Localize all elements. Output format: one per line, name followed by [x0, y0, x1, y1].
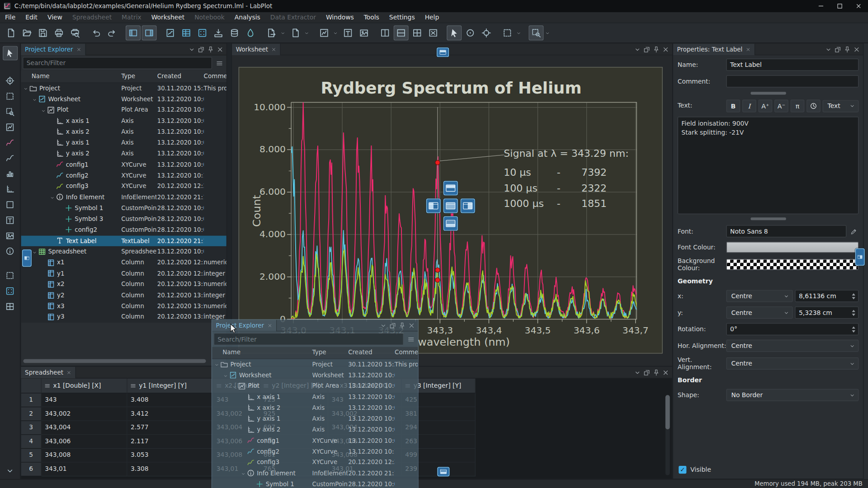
- tree-row-config1[interactable]: config1XYCurve13.12.2020 10:09: [21, 159, 226, 170]
- tree-row-y-axis-1[interactable]: y axis 1Axis13.12.2020 10:01: [21, 137, 226, 148]
- comment-field[interactable]: [726, 75, 859, 88]
- minimize-button[interactable]: [811, 0, 830, 12]
- new-project-button[interactable]: [3, 25, 18, 40]
- undo-button[interactable]: [89, 25, 104, 40]
- zoom-mode-button[interactable]: [463, 25, 478, 40]
- signal-annotation[interactable]: Signal at λ = 343.29 nm:10 µs-7392100 µs…: [504, 147, 628, 211]
- vertical-scrollbar[interactable]: [665, 395, 670, 475]
- expander-icon[interactable]: [32, 94, 37, 105]
- cell[interactable]: 2.117: [127, 435, 213, 449]
- export-button[interactable]: [264, 25, 279, 40]
- panel-menu-icon[interactable]: [634, 369, 641, 376]
- cell[interactable]: 3.308: [127, 463, 213, 477]
- splitter-vertical[interactable]: [227, 43, 231, 366]
- tab-properties[interactable]: Properties: Text Label: [673, 43, 755, 55]
- tool-add-image[interactable]: [3, 229, 18, 243]
- expander-icon[interactable]: [32, 247, 37, 258]
- column-header-created[interactable]: Created: [348, 348, 372, 356]
- column-header-y1[interactable]: y1 [Integer] [Y]: [127, 379, 213, 394]
- tree-row-plot[interactable]: PlotPlot Area13.12.2020 10:01: [21, 105, 226, 116]
- tree-row-symbol-3[interactable]: Symbol 3CustomPoint28.12.2020 10:06: [21, 214, 226, 225]
- tool-add-equation-curve[interactable]: [3, 151, 18, 165]
- menu-view[interactable]: View: [42, 12, 67, 23]
- close-panel-icon[interactable]: [853, 46, 860, 53]
- menu-windows[interactable]: Windows: [321, 12, 359, 23]
- italic-button[interactable]: I: [742, 99, 756, 112]
- column-header-type[interactable]: Type: [312, 348, 326, 356]
- tree-row-project[interactable]: ProjectProject30.11.2020 15:23This proje…: [21, 83, 226, 94]
- tool-add-histogram[interactable]: [3, 167, 18, 181]
- maximize-button[interactable]: [830, 0, 849, 12]
- close-tab-icon[interactable]: [76, 47, 81, 52]
- column-header-created[interactable]: Created: [157, 72, 181, 80]
- tree-row-symbol-1[interactable]: Symbol 1CustomPoint28.12.2020 10:06: [212, 479, 418, 488]
- horizontal-scrollbar[interactable]: [23, 359, 206, 363]
- tree-row-y3[interactable]: y3Column20.12.2020 13:56integer data: [21, 312, 226, 323]
- pin-panel-icon[interactable]: [653, 369, 660, 376]
- tree-row-info-element[interactable]: Info ElementInfoElement20.12.2020 21:15: [212, 468, 418, 479]
- x-anchor-combo[interactable]: Centre: [726, 290, 793, 302]
- subscript-button[interactable]: A⁻: [774, 99, 788, 112]
- search-input[interactable]: [23, 57, 212, 69]
- tree-row-x3[interactable]: x3Column20.12.2020 13:56numerical: [21, 301, 226, 312]
- cell[interactable]: 343,006: [42, 435, 127, 449]
- close-tab-icon[interactable]: [271, 47, 276, 52]
- float-panel-icon[interactable]: [643, 46, 651, 53]
- expander-icon[interactable]: [50, 192, 55, 203]
- rotation-spinbox[interactable]: 0°: [726, 323, 859, 335]
- text-content-area[interactable]: Field ionisation: 900V Stark splitting: …: [678, 117, 859, 214]
- cell[interactable]: 343,008: [42, 449, 127, 463]
- new-matrix-button[interactable]: [195, 25, 210, 40]
- column-header-type[interactable]: Type: [121, 72, 135, 80]
- pin-panel-icon[interactable]: [207, 46, 214, 53]
- zoom-select-button[interactable]: [528, 25, 543, 40]
- export-button-dropdown[interactable]: [279, 25, 286, 40]
- redo-button[interactable]: [104, 25, 119, 40]
- zoom-select-button-dropdown[interactable]: [544, 25, 551, 40]
- cell[interactable]: 2.577: [127, 421, 213, 435]
- float-panel-icon[interactable]: [643, 369, 651, 376]
- resize-handle[interactable]: [750, 92, 786, 94]
- add-text-label-button[interactable]: [340, 25, 355, 40]
- vert-alignment-combo[interactable]: Centre: [726, 357, 859, 370]
- tree-row-config2[interactable]: config2XYCurve13.12.2020 10:11: [21, 170, 226, 181]
- tree-row-worksheet[interactable]: WorksheetWorksheet13.12.2020 10:01: [21, 94, 226, 105]
- choose-font-icon[interactable]: [849, 225, 859, 237]
- expander-icon[interactable]: [214, 360, 219, 370]
- close-panel-icon[interactable]: [408, 322, 415, 329]
- float-panel-icon[interactable]: [198, 46, 205, 53]
- panel-menu-icon[interactable]: [380, 322, 387, 329]
- y-position-spinbox[interactable]: 5,3238 cm: [795, 306, 859, 319]
- expander-icon[interactable]: [23, 84, 28, 94]
- text-mode-combo[interactable]: Text: [823, 100, 859, 112]
- expander-icon[interactable]: [232, 381, 237, 392]
- panel-menu-icon[interactable]: [188, 46, 195, 53]
- print-button[interactable]: [52, 25, 66, 40]
- menu-tools[interactable]: Tools: [359, 12, 384, 23]
- new-from-template-button-dropdown[interactable]: [303, 25, 310, 40]
- tree-row-x-axis-2[interactable]: x axis 2Axis13.12.2020 10:01: [21, 127, 226, 137]
- tree-row-x-axis-2[interactable]: x axis 2Axis13.12.2020 10:01: [212, 403, 418, 413]
- tree-row-project[interactable]: ProjectProject30.11.2020 15:23This proje…: [212, 359, 418, 370]
- name-field[interactable]: Text Label: [726, 59, 859, 71]
- panel-menu-icon[interactable]: [825, 46, 832, 53]
- column-header-comment[interactable]: Comment: [204, 72, 226, 80]
- bold-button[interactable]: B: [726, 99, 741, 112]
- close-panel-icon[interactable]: [217, 46, 224, 53]
- close-tab-icon[interactable]: [746, 47, 751, 52]
- search-input[interactable]: [214, 333, 404, 345]
- menu-analysis[interactable]: Analysis: [230, 12, 265, 23]
- border-shape-combo[interactable]: No Border: [726, 389, 859, 401]
- ghost-tab-project-explorer[interactable]: Project Explorer: [212, 320, 277, 331]
- tree-row-config1[interactable]: config1XYCurve13.12.2020 10:09: [212, 435, 418, 446]
- close-tab-icon[interactable]: [66, 370, 71, 375]
- expander-icon[interactable]: [241, 469, 246, 479]
- tree-row-x1[interactable]: x1Column20.12.2020 12:39numerical: [21, 257, 226, 268]
- filter-options-icon[interactable]: [214, 57, 225, 68]
- close-tab-icon[interactable]: [267, 323, 272, 328]
- tree-row-y-axis-2[interactable]: y axis 2Axis13.12.2020 10:01: [21, 148, 226, 159]
- select-region-button-dropdown[interactable]: [515, 25, 522, 40]
- new-from-template-button[interactable]: [288, 25, 303, 40]
- pin-panel-icon[interactable]: [844, 46, 851, 53]
- save-project-button[interactable]: [35, 25, 50, 40]
